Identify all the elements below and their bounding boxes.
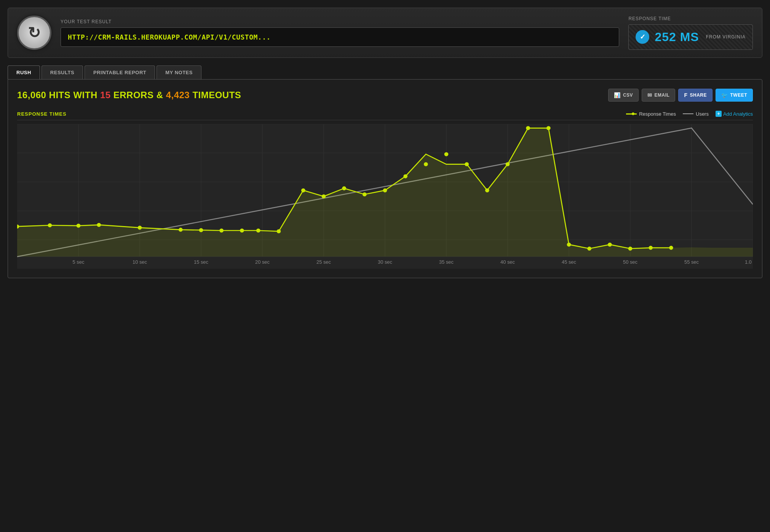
svg-point-27	[219, 228, 224, 233]
svg-point-46	[608, 242, 612, 247]
legend-response-times: Response Times	[626, 111, 676, 117]
svg-text:1.0 min: 1.0 min	[745, 259, 753, 265]
header-right: RESPONSE TIME ✓ 252 MS FROM VIRGINIA	[628, 16, 753, 50]
svg-point-40	[485, 188, 489, 193]
svg-point-41	[506, 162, 510, 166]
test-result-label: YOUR TEST RESULT	[61, 19, 619, 24]
svg-text:55 sec: 55 sec	[684, 259, 699, 265]
tweet-label: TWEET	[730, 92, 748, 98]
svg-point-36	[403, 174, 407, 178]
tab-results[interactable]: RESULTS	[42, 65, 83, 79]
timeouts-label: TIMEOUTS	[192, 90, 241, 100]
chart-legend: Response Times Users + Add Analytics	[626, 111, 753, 117]
svg-text:15 sec: 15 sec	[194, 259, 209, 265]
hits-count: 16,060	[17, 90, 46, 100]
tab-rush[interactable]: RUSH	[8, 65, 40, 79]
svg-point-21	[48, 223, 52, 228]
header-middle: YOUR TEST RESULT HTTP://CRM-RAILS.HEROKU…	[61, 19, 619, 47]
url-display: HTTP://CRM-RAILS.HEROKUAPP.COM/API/V1/CU…	[61, 27, 619, 47]
share-button[interactable]: f SHARE	[678, 89, 712, 102]
svg-point-44	[567, 242, 571, 247]
plus-icon: +	[716, 111, 722, 117]
svg-point-26	[199, 228, 203, 232]
svg-point-42	[526, 126, 530, 130]
checkmark: ✓	[640, 33, 645, 41]
stats-bar: 16,060 HITS WITH 15 ERRORS & 4,423 TIMEO…	[17, 89, 753, 102]
svg-text:20 sec: 20 sec	[255, 259, 270, 265]
svg-text:30 sec: 30 sec	[378, 259, 393, 265]
chart-header: RESPONSE TIMES Response Times Users + Ad…	[17, 111, 753, 120]
svg-point-39	[465, 162, 469, 166]
facebook-icon: f	[684, 92, 687, 98]
svg-text:25 sec: 25 sec	[316, 259, 331, 265]
tweet-button[interactable]: 🐦 TWEET	[716, 89, 753, 102]
add-analytics-label: Add Analytics	[723, 111, 753, 117]
email-icon: ✉	[647, 92, 652, 98]
svg-point-29	[256, 228, 260, 233]
twitter-icon: 🐦	[721, 92, 728, 98]
check-icon: ✓	[636, 30, 649, 44]
legend-green-line	[626, 113, 637, 115]
hits-label: HITS WITH	[49, 90, 100, 100]
email-button[interactable]: ✉ EMAIL	[642, 89, 675, 102]
response-ms-value: 252 MS	[655, 30, 699, 44]
svg-point-47	[628, 247, 633, 251]
hits-summary: 16,060 HITS WITH 15 ERRORS & 4,423 TIMEO…	[17, 90, 241, 100]
svg-point-48	[649, 246, 653, 250]
action-buttons: 📊 CSV ✉ EMAIL f SHARE 🐦 TWEET	[608, 89, 753, 102]
add-analytics-button[interactable]: + Add Analytics	[716, 111, 753, 117]
tabs-bar: RUSH RESULTS PRINTABLE REPORT MY NOTES	[8, 65, 762, 79]
svg-text:10 sec: 10 sec	[133, 259, 147, 265]
chart-svg: 1.00 sec 800 ms 600 ms 400 ms 200 ms 1,0…	[17, 124, 753, 269]
refresh-icon[interactable]: ↻	[17, 16, 51, 50]
errors-count: 15	[100, 90, 111, 100]
legend-gray-line	[683, 113, 693, 114]
chart-container: 1.00 sec 800 ms 600 ms 400 ms 200 ms 1,0…	[17, 124, 753, 269]
svg-point-34	[363, 192, 367, 196]
svg-point-38	[444, 152, 449, 156]
svg-point-33	[342, 186, 346, 191]
timeouts-count: 4,423	[166, 90, 190, 100]
tab-printable-report[interactable]: PRINTABLE REPORT	[85, 65, 155, 79]
svg-point-35	[383, 188, 387, 193]
svg-point-32	[322, 194, 326, 199]
svg-point-45	[587, 247, 591, 251]
share-label: SHARE	[690, 92, 707, 98]
tab-my-notes[interactable]: MY NOTES	[157, 65, 201, 79]
svg-text:40 sec: 40 sec	[500, 259, 515, 265]
refresh-symbol: ↻	[28, 24, 41, 41]
svg-text:45 sec: 45 sec	[562, 259, 577, 265]
svg-text:5 sec: 5 sec	[73, 259, 85, 265]
legend-users: Users	[683, 111, 709, 117]
response-time-box: ✓ 252 MS FROM VIRGINIA	[628, 24, 753, 50]
svg-point-22	[77, 224, 81, 228]
svg-point-37	[424, 162, 428, 166]
svg-point-30	[277, 229, 281, 234]
email-label: EMAIL	[655, 92, 670, 98]
svg-point-49	[669, 246, 673, 250]
svg-text:50 sec: 50 sec	[623, 259, 638, 265]
svg-text:35 sec: 35 sec	[439, 259, 454, 265]
svg-point-31	[301, 188, 305, 193]
svg-point-28	[240, 228, 244, 233]
svg-point-43	[546, 126, 551, 130]
legend-response-times-label: Response Times	[639, 111, 676, 117]
svg-point-25	[179, 228, 183, 232]
csv-button[interactable]: 📊 CSV	[608, 89, 639, 102]
chart-title: RESPONSE TIMES	[17, 111, 67, 117]
response-time-label: RESPONSE TIME	[628, 16, 753, 21]
legend-users-label: Users	[696, 111, 709, 117]
header-section: ↻ YOUR TEST RESULT HTTP://CRM-RAILS.HERO…	[8, 8, 762, 58]
csv-icon: 📊	[614, 92, 621, 98]
svg-point-24	[138, 226, 142, 230]
csv-label: CSV	[623, 92, 633, 98]
from-location: FROM VIRGINIA	[706, 34, 746, 40]
errors-label: ERRORS &	[113, 90, 166, 100]
svg-point-23	[97, 223, 101, 227]
main-content: 16,060 HITS WITH 15 ERRORS & 4,423 TIMEO…	[8, 79, 762, 278]
